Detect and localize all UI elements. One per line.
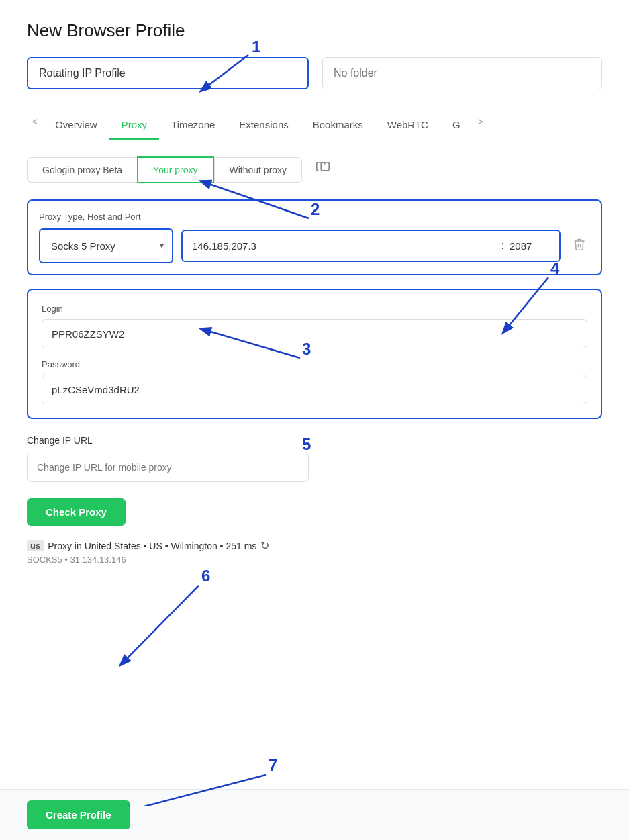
delete-proxy-btn[interactable] xyxy=(569,234,590,259)
proxy-type-wrapper: Socks 5 Proxy HTTP Proxy HTTPS Proxy Soc… xyxy=(39,228,173,263)
login-input[interactable] xyxy=(42,319,587,348)
svg-line-11 xyxy=(121,586,199,665)
proxy-status-line2: SOCKS5 • 31.134.13.146 xyxy=(27,555,602,565)
credentials-section: Login Password xyxy=(27,289,602,419)
your-proxy-btn[interactable]: Your proxy xyxy=(137,156,213,183)
folder-input[interactable] xyxy=(322,57,602,89)
proxy-status-line1: us Proxy in United States • US • Wilming… xyxy=(27,539,602,552)
proxy-type-buttons: Gologin proxy Beta Your proxy Without pr… xyxy=(27,156,602,183)
proxy-host-input[interactable] xyxy=(192,240,496,252)
proxy-host-label: Proxy Type, Host and Port xyxy=(39,212,590,222)
tab-overview[interactable]: Overview xyxy=(43,111,109,140)
change-ip-section: Change IP URL xyxy=(27,435,602,482)
login-label: Login xyxy=(42,304,587,314)
proxy-host-port-wrapper: : xyxy=(181,230,561,262)
tab-bookmarks[interactable]: Bookmarks xyxy=(301,111,375,140)
paste-icon-btn[interactable] xyxy=(310,158,336,182)
bottom-bar: Create Profile xyxy=(0,789,629,840)
create-profile-btn[interactable]: Create Profile xyxy=(27,800,130,829)
tab-prev-arrow[interactable]: < xyxy=(27,116,43,135)
proxy-status-text: Proxy in United States • US • Wilmington… xyxy=(48,541,256,551)
country-flag: us xyxy=(27,540,44,551)
tab-timezone[interactable]: Timezone xyxy=(159,111,227,140)
port-separator: : xyxy=(501,240,504,252)
profile-name-input[interactable] xyxy=(27,57,309,89)
tab-extensions[interactable]: Extensions xyxy=(227,111,300,140)
check-proxy-btn[interactable]: Check Proxy xyxy=(27,498,126,526)
tab-g[interactable]: G xyxy=(440,111,473,140)
top-row xyxy=(27,57,602,89)
change-ip-input[interactable] xyxy=(27,453,309,482)
refresh-icon[interactable]: ↻ xyxy=(260,539,269,552)
proxy-type-select[interactable]: Socks 5 Proxy HTTP Proxy HTTPS Proxy Soc… xyxy=(40,230,172,262)
proxy-host-row: Socks 5 Proxy HTTP Proxy HTTPS Proxy Soc… xyxy=(39,228,590,263)
page-title: New Browser Profile xyxy=(27,20,602,41)
change-ip-label: Change IP URL xyxy=(27,435,602,446)
password-input[interactable] xyxy=(42,375,587,404)
without-proxy-btn[interactable]: Without proxy xyxy=(214,157,303,183)
tabs-row: < Overview Proxy Timezone Extensions Boo… xyxy=(27,111,602,140)
svg-text:7: 7 xyxy=(269,756,277,774)
password-label: Password xyxy=(42,359,587,369)
proxy-port-input[interactable] xyxy=(510,240,550,252)
proxy-host-section: Proxy Type, Host and Port Socks 5 Proxy … xyxy=(27,199,602,275)
tab-proxy[interactable]: Proxy xyxy=(109,111,159,140)
tab-webrtc[interactable]: WebRTC xyxy=(375,111,440,140)
gologin-proxy-btn[interactable]: Gologin proxy Beta xyxy=(27,157,137,183)
tab-next-arrow[interactable]: > xyxy=(473,116,489,135)
proxy-status: us Proxy in United States • US • Wilming… xyxy=(27,539,602,565)
